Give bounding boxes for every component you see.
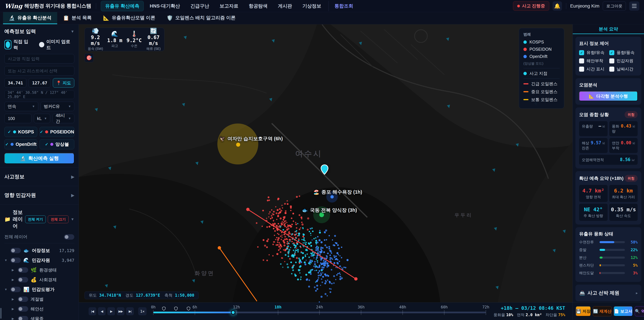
latitude-input[interactable] [4,78,26,88]
model-toggle-OpenDrift[interactable]: ✓OpenDrift [4,139,37,149]
play-button[interactable]: ▶ [107,307,115,315]
timeline-handle[interactable] [231,310,236,315]
nav-item[interactable]: 게시판 [274,1,296,11]
nav-item[interactable]: 기상정보 [298,1,326,11]
all-layers-off-button[interactable]: 전체 끄기 [48,215,68,223]
run-prediction-button[interactable]: 🔬 확산예측 실행 [4,153,74,164]
pick-on-map-button[interactable]: 📍 지도 [53,78,74,88]
incident-location-pin[interactable] [320,164,328,175]
checkbox-icon [609,58,614,64]
tree-expand-icon[interactable]: ▶ [12,307,16,311]
layer-toggle[interactable] [18,316,28,320]
nav-item[interactable]: 긴급구난 [186,1,214,11]
sensitive-resources-section[interactable]: 영향 민감자원 ▶ [0,186,79,205]
tree-expand-icon[interactable]: ▼ [4,259,8,262]
incident-list-input[interactable] [4,66,74,76]
fence-line-icon [524,83,528,84]
logout-button[interactable]: 로그아웃 [603,2,626,11]
skip-end-button[interactable]: ▶| [126,307,134,315]
polygon-analysis-button[interactable]: 📐 다각형 분석수행 [579,91,638,101]
tree-expand-icon[interactable]: ▼ [4,288,8,291]
all-layers-on-button[interactable]: 전체 켜기 [25,215,46,223]
fence-deploy-marker-icon[interactable] [162,306,166,311]
content: 예측정보 입력 ▼ 직접 입력 이미지 업로드 [0,24,644,320]
incident-name-input[interactable] [4,54,74,64]
nav-item[interactable]: 통합조회 [328,1,358,11]
layer-toggle[interactable] [18,306,28,311]
radio-direct-input[interactable]: 직접 입력 [4,39,32,51]
notification-bell-button[interactable]: 🔔 [552,1,562,11]
chevron-down-icon[interactable]: ▼ [70,29,74,34]
fence-deploy-marker-icon[interactable] [174,306,178,311]
tree-expand-icon[interactable]: ▶ [12,268,16,272]
skip-start-button[interactable]: |◀ [88,307,96,315]
tab-item[interactable]: 📋분석 목록 [57,12,97,24]
layer-toggle[interactable] [18,277,28,282]
fast-forward-button[interactable]: ▶▶ [117,307,124,315]
model-toggle-KOSPS[interactable]: ✓KOSPS [4,127,37,137]
layer-toggle[interactable] [18,296,28,302]
bar-percent: 58% [627,240,638,244]
report-button[interactable]: 📄보고서 [614,306,633,316]
radio-image-upload[interactable]: 이미지 업로드 [39,39,74,51]
tab-active[interactable]: 🔬유출유 확산분석 [3,12,57,24]
tree-expand-icon[interactable]: ▶ [12,317,16,320]
important-oil-fence-line[interactable] [219,248,257,301]
display-checkbox-off[interactable]: 해안부착 [579,58,608,64]
incident-info-section[interactable]: 사고정보 ▶ [0,168,79,186]
oil-type-select[interactable]: 벙커C유 ▼ [40,102,74,111]
timeline-tick-label: 0h [151,305,156,309]
duration-select[interactable]: 48시간 ▼ [52,114,74,123]
recenter-target-button[interactable]: 🎯 [84,53,94,62]
map-area[interactable]: ▼▼▼▼▼▼▼▼▼▼▼▼▼▼▼▼▼▼▼▼▼▼▼▼ 🦅 여자만 습지보호구역 (6… [79,24,572,320]
display-checkbox-off[interactable]: 날짜시간 [609,66,638,72]
model-toggle-앙상블[interactable]: ✓앙상블 [40,139,74,149]
radio-label: 직접 입력 [14,39,32,51]
save-button[interactable]: 💾저장 [576,306,591,316]
display-checkbox-off[interactable]: 민감자원 [609,58,638,64]
spill-type-select[interactable]: 연속 ▼ [4,102,38,111]
layer-toggle[interactable] [10,258,21,263]
legend-fence-item: 중요 오일펜스 [524,89,560,95]
urgent-oil-fence-line[interactable] [248,209,356,279]
nav-item[interactable]: 유출유 확산예측 [101,1,144,11]
backtrack-button[interactable]: 🔍역추적 [635,306,644,316]
layer-toggle[interactable] [10,287,21,292]
tab-item[interactable]: 📐유출유확산모델 이론 [97,12,161,24]
fence-deploy-marker-icon[interactable] [187,306,190,311]
weather-metric: 🔄0.67 m/s해류 (SE) [144,28,163,51]
forecast-stat: 6.2 km최대 확산 거리 [609,185,638,202]
model-label: POSEIDON [50,129,74,135]
nav-item[interactable]: 보고자료 [215,1,243,11]
display-checkbox-on[interactable]: ✓풍향/풍속 [609,50,638,55]
timeline-stats: 풍화율 10%면적 2.0 km²차단율 75% [494,312,565,317]
vessel-spec-card[interactable]: 🚢 사고 선박 제원 ▸ [576,284,641,301]
fence-endpoint[interactable] [218,246,221,249]
amount-input[interactable] [4,114,32,123]
model-toggle-POSEIDON[interactable]: ✓POSEIDON [40,127,74,137]
layer-toggle[interactable] [10,248,21,253]
nav-item[interactable]: HNS·대기확산 [146,1,184,11]
display-checkbox-off[interactable]: 시간 표시 [579,66,608,72]
tab-item[interactable]: 🛡️오일펜스 배치 알고리즘 이론 [161,12,241,24]
layer-toggle[interactable] [18,267,28,273]
model-color-dot [524,41,527,44]
tab-label: 유출유확산모델 이론 [112,15,155,21]
nav-item[interactable]: 항공탐색 [244,1,272,11]
step-back-button[interactable]: ◀ [98,307,106,315]
longitude-input[interactable] [29,78,51,88]
fence-endpoint[interactable] [246,208,250,211]
analysis-scroll[interactable]: 표시 정보 제어 ✓유향/유속✓풍향/풍속해안부착민감자원시간 표시날짜시간 오… [573,34,644,302]
display-checkbox-on[interactable]: ✓유향/유속 [579,50,608,55]
unit-select[interactable]: kL ▼ [34,114,50,123]
sidebar-scrollbar[interactable] [0,308,2,319]
tree-expand-icon[interactable]: ▶ [12,297,16,301]
recalculate-button[interactable]: 🔄재계산 [593,306,612,316]
place-label-yeosu: 여수시 [295,149,322,159]
chevron-down-icon[interactable]: ▼ [70,217,74,221]
fence-endpoint[interactable] [354,277,358,280]
master-layer-toggle[interactable] [64,234,74,240]
hamburger-menu-button[interactable] [629,1,639,11]
tree-expand-icon[interactable]: ▶ [12,278,16,281]
playback-speed-button[interactable]: 1× [138,307,146,315]
